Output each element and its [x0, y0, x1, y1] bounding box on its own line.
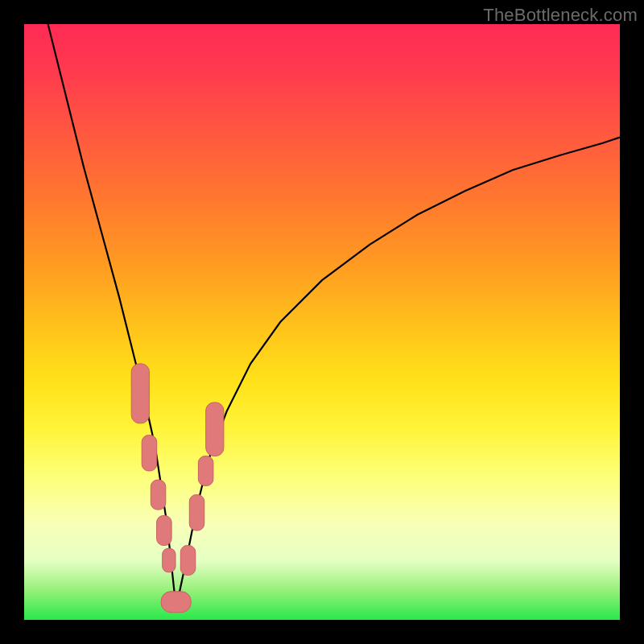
marker-left-cluster-top [131, 364, 149, 423]
marker-cluster [131, 364, 224, 613]
marker-left-cluster-low1 [157, 516, 172, 546]
marker-right-cluster-top [206, 402, 224, 456]
outer-frame: TheBottleneck.com [0, 0, 644, 644]
marker-right-cluster-mid1 [189, 495, 204, 530]
marker-left-cluster-mid [151, 480, 166, 510]
marker-left-cluster-low2 [163, 548, 175, 572]
marker-right-cluster-mid2 [198, 456, 213, 486]
plot-area [24, 24, 620, 620]
watermark-text: TheBottleneck.com [483, 5, 638, 26]
marker-valley-pill [161, 592, 191, 613]
chart-svg [24, 24, 620, 620]
marker-right-cluster-low [180, 546, 196, 576]
marker-left-cluster-upper [142, 436, 157, 471]
bottleneck-curve [48, 24, 620, 608]
